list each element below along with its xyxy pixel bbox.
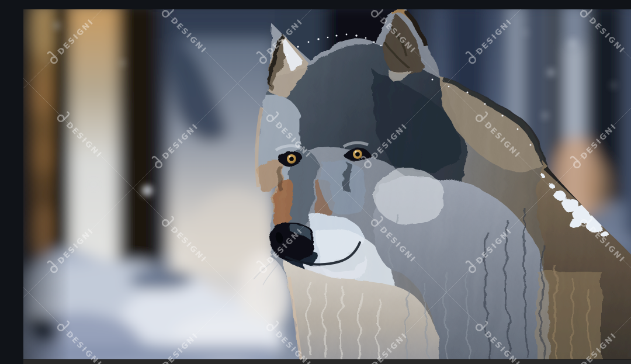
bottom-bar xyxy=(23,359,631,364)
wolf-photo-illustration xyxy=(23,9,631,364)
left-vignette xyxy=(23,9,70,364)
snowy-trunk xyxy=(70,9,118,290)
stock-photo-preview: Gray wolf with amber eyes, frost and sno… xyxy=(23,9,631,364)
